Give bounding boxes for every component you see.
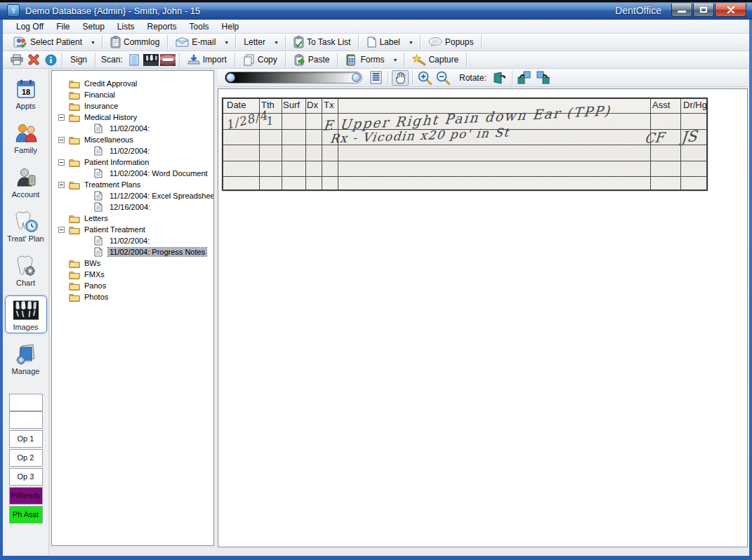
folder-icon xyxy=(69,214,80,223)
slider-thumb-low[interactable] xyxy=(226,73,235,82)
capture-button[interactable]: Capture xyxy=(407,52,463,67)
toolbar-secondary: Sign Scan: xyxy=(3,51,749,69)
menu-help[interactable]: Help xyxy=(216,20,246,33)
menu-log-off[interactable]: Log Off xyxy=(10,20,50,33)
info-button[interactable] xyxy=(42,52,59,67)
letter-button[interactable]: Letter xyxy=(239,34,270,50)
tree-item-patient-treatment[interactable]: Patient Treatment xyxy=(52,224,213,235)
operatory-op3[interactable]: Op 3 xyxy=(9,468,43,486)
label-dropdown[interactable]: ▼ xyxy=(405,34,417,50)
rotate-label: Rotate: xyxy=(459,73,487,83)
tree-item-letters[interactable]: Letters xyxy=(52,213,213,224)
tree-item-bws[interactable]: BWs xyxy=(52,258,213,269)
tree-item-label: Patient Treatment xyxy=(83,225,147,234)
tree-item-document[interactable]: 12/16/2004: xyxy=(52,201,213,213)
sidebar-item-chart[interactable]: Chart xyxy=(5,251,47,289)
letter-dropdown[interactable]: ▼ xyxy=(270,34,282,50)
tree-item-credit-approval[interactable]: Credit Approval xyxy=(52,78,213,89)
tree-item-document[interactable]: 11/02/2004: xyxy=(52,235,213,246)
tree-item-document[interactable]: 11/02/2004: xyxy=(52,145,213,156)
copy-button[interactable]: Copy xyxy=(238,52,282,67)
sidebar-item-images[interactable]: Images xyxy=(5,295,47,333)
menu-lists[interactable]: Lists xyxy=(111,20,141,33)
menu-tools[interactable]: Tools xyxy=(183,20,216,33)
images-xray-icon xyxy=(13,298,39,322)
tree-item-photos[interactable]: Photos xyxy=(52,291,213,302)
zoom-out-button[interactable] xyxy=(435,70,451,86)
sidebar-item-treat-plan[interactable]: Treat' Plan xyxy=(5,207,47,245)
tree-item-panos[interactable]: Panos xyxy=(52,280,213,291)
label-button[interactable]: Label xyxy=(362,34,404,50)
sidebar-item-appts[interactable]: 18 Appts xyxy=(5,74,47,112)
close-button[interactable] xyxy=(715,4,746,17)
menu-reports[interactable]: Reports xyxy=(141,20,183,33)
forms-button[interactable]: Forms xyxy=(341,52,389,67)
menu-setup[interactable]: Setup xyxy=(76,20,110,33)
scan-header-asst: Asst xyxy=(652,100,670,110)
tree-item-fmxs[interactable]: FMXs xyxy=(52,269,213,280)
menu-file[interactable]: File xyxy=(50,20,76,33)
app-window: ⚕ Demo Database {Admin} - Smith, John - … xyxy=(0,0,752,560)
flip-button[interactable] xyxy=(492,70,508,86)
scanned-progress-note[interactable]: Date Tth Surf Dx Tx Asst Dr/Hg 1/28/4 1 … xyxy=(222,98,708,191)
sign-button[interactable]: Sign xyxy=(65,52,92,67)
brightness-contrast-slider[interactable] xyxy=(225,72,362,84)
tree-item-label: Panos xyxy=(83,281,107,290)
scan-header-dx: Dx xyxy=(307,100,318,110)
tree-item-financial[interactable]: Financial xyxy=(52,89,213,100)
paste-button[interactable]: Paste xyxy=(289,52,335,67)
import-button[interactable]: Import xyxy=(183,52,232,67)
sidebar-item-account[interactable]: Account xyxy=(5,163,47,201)
commlog-button[interactable]: Commlog xyxy=(105,34,164,50)
rotate-right-button[interactable] xyxy=(534,70,551,86)
tree-item-miscellaneous[interactable]: Miscellaneous xyxy=(52,134,213,145)
pan-hand-button[interactable] xyxy=(392,70,409,86)
collapse-icon[interactable] xyxy=(58,159,65,166)
folder-icon xyxy=(69,225,80,234)
status-ph-asst[interactable]: Ph Asst xyxy=(9,506,43,524)
sidebar-item-family[interactable]: Family xyxy=(5,119,47,156)
tree-item-treatment-plans[interactable]: Treatment Plans xyxy=(52,179,213,190)
delete-button[interactable] xyxy=(25,52,42,67)
fit-page-button[interactable] xyxy=(367,70,384,86)
select-patient-button[interactable]: Select Patient xyxy=(8,34,87,50)
select-patient-dropdown[interactable]: ▼ xyxy=(87,34,99,50)
tree-item-document[interactable]: 11/12/2004: Excel Spreadsheet xyxy=(52,190,213,201)
to-task-list-button[interactable]: To Task List xyxy=(289,34,355,50)
forms-dropdown[interactable]: ▼ xyxy=(389,52,401,67)
scan-photo-button[interactable] xyxy=(159,52,176,67)
maximize-button[interactable] xyxy=(693,4,714,17)
zoom-out-icon xyxy=(436,71,450,85)
email-dropdown[interactable]: ▼ xyxy=(220,34,232,50)
operatory-op2[interactable]: Op 2 xyxy=(9,449,43,467)
popups-button[interactable]: Popups xyxy=(423,34,479,50)
tree-item-progress-notes-selected[interactable]: 11/02/2004: Progress Notes xyxy=(52,246,213,258)
minimize-button[interactable] xyxy=(671,4,692,17)
maximize-icon xyxy=(700,7,707,13)
status-ptready[interactable]: PtReady xyxy=(9,487,43,505)
tree-item-insurance[interactable]: Insurance xyxy=(52,100,213,112)
scan-document-button[interactable] xyxy=(126,52,143,67)
operatory-slot-empty-2[interactable] xyxy=(9,411,43,429)
sidebar-item-manage[interactable]: Manage xyxy=(5,340,47,378)
operatory-op1[interactable]: Op 1 xyxy=(9,430,43,448)
scan-xray-button[interactable] xyxy=(143,52,159,67)
collapse-icon[interactable] xyxy=(58,114,65,121)
collapse-icon[interactable] xyxy=(58,182,65,188)
email-button[interactable]: E-mail xyxy=(171,34,220,50)
forms-label: Forms xyxy=(360,55,384,65)
tree-item-document[interactable]: 11/02/2004: Word Document xyxy=(52,168,213,179)
tree-item-patient-information[interactable]: Patient Information xyxy=(52,156,213,168)
sidebar-label-chart: Chart xyxy=(6,279,46,287)
collapse-icon[interactable] xyxy=(58,137,65,143)
operatory-slot-empty-1[interactable] xyxy=(9,394,43,411)
tree-item-medical-history[interactable]: Medical History xyxy=(52,112,213,123)
image-canvas[interactable]: Date Tth Surf Dx Tx Asst Dr/Hg 1/28/4 1 … xyxy=(218,88,748,547)
collapse-icon[interactable] xyxy=(58,227,65,233)
print-button[interactable] xyxy=(8,52,25,67)
tree-item-label: 11/12/2004: Excel Spreadsheet xyxy=(108,192,214,200)
rotate-left-button[interactable] xyxy=(516,70,533,86)
tree-item-document[interactable]: 11/02/2004: xyxy=(52,123,213,134)
zoom-in-button[interactable] xyxy=(416,70,433,86)
slider-thumb-high[interactable] xyxy=(352,73,361,82)
